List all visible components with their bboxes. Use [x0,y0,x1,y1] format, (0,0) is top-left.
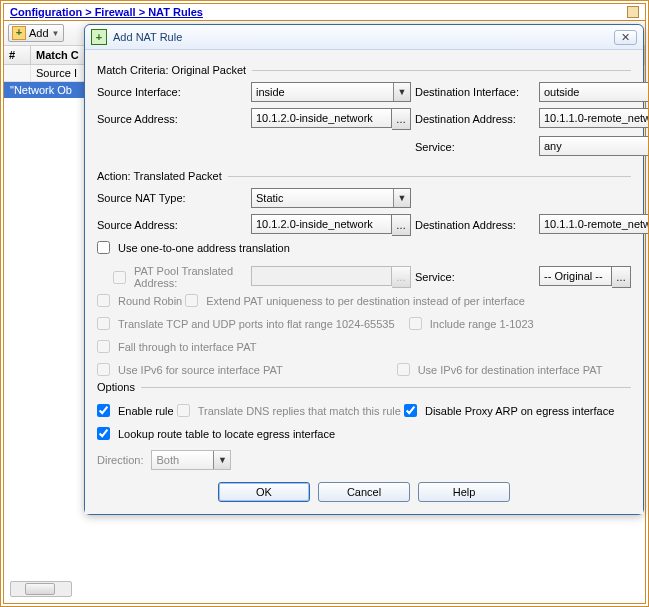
fall-through-checkbox: Fall through to interface PAT [97,340,256,353]
source-interface-select[interactable]: inside ▼ [251,82,411,102]
add-button-label: Add [29,27,49,39]
src-if-label: Source Interface: [97,86,247,98]
translated-service-input[interactable]: -- Original -- [539,266,612,286]
checkbox-input [97,363,110,376]
service-input[interactable]: any [539,136,649,156]
tr-dst-addr-label: Destination Address: [415,219,535,231]
route-lookup-checkbox[interactable]: Lookup route table to locate egress inte… [97,427,335,440]
checkbox-input [97,317,110,330]
checkbox-input [97,294,110,307]
translated-source-address-input[interactable]: 10.1.2.0-inside_network [251,214,392,234]
dialog-title: Add NAT Rule [113,31,614,43]
browse-button: … [392,266,411,288]
checkbox-input[interactable] [97,427,110,440]
add-button[interactable]: + Add ▼ [8,24,64,42]
chevron-down-icon: ▼ [393,189,410,207]
checkbox-input [397,363,410,376]
checkbox-input[interactable] [97,241,110,254]
dst-if-value: outside [544,86,579,98]
match-legend: Match Criteria: Original Packet [97,64,246,76]
checkbox-input [409,317,422,330]
chevron-down-icon: ▼ [213,451,230,469]
breadcrumb[interactable]: Configuration > Firewall > NAT Rules [4,4,645,21]
dialog-icon: + [91,29,107,45]
dialog-titlebar[interactable]: + Add NAT Rule ✕ [85,25,643,50]
translated-destination-address-input[interactable]: 10.1.1.0-remote_networ [539,214,649,234]
src-addr-label: Source Address: [97,113,247,125]
help-button[interactable]: Help [418,482,510,502]
options-legend: Options [97,381,135,393]
plus-icon: + [12,26,26,40]
src-if-value: inside [256,86,285,98]
flat-range-checkbox: Translate TCP and UDP ports into flat ra… [97,317,534,330]
direction-select: Both ▼ [151,450,231,470]
cancel-button[interactable]: Cancel [318,482,410,502]
close-button[interactable]: ✕ [614,30,637,45]
service-label: Service: [415,141,535,153]
chevron-down-icon: ▼ [393,83,410,101]
round-robin-checkbox: Round Robin [97,294,182,307]
checkbox-input [185,294,198,307]
one-to-one-checkbox[interactable]: Use one-to-one address translation [97,241,290,254]
chevron-down-icon: ▼ [52,29,60,38]
nat-type-select[interactable]: Static ▼ [251,188,411,208]
breadcrumb-text: Configuration > Firewall > NAT Rules [10,6,203,18]
dst-addr-label: Destination Address: [415,113,535,125]
checkbox-input[interactable] [97,404,110,417]
source-address-input[interactable]: 10.1.2.0-inside_network [251,108,392,128]
checkbox-input [97,340,110,353]
destination-address-input[interactable]: 10.1.1.0-remote_networ [539,108,649,128]
scrollbar-thumb[interactable] [25,583,55,595]
translate-dns-checkbox: Translate DNS replies that match this ru… [177,404,401,417]
horizontal-scrollbar[interactable] [10,581,72,597]
nat-type-label: Source NAT Type: [97,192,247,204]
browse-button[interactable]: … [392,214,411,236]
tr-service-label: Service: [415,271,535,283]
action-legend: Action: Translated Packet [97,170,222,182]
checkbox-input[interactable] [404,404,417,417]
add-nat-rule-dialog: + Add NAT Rule ✕ Match Criteria: Origina… [84,24,644,515]
dst-if-label: Destination Interface: [415,86,535,98]
col-number: # [4,46,31,64]
checkbox-input [177,404,190,417]
minimize-icon[interactable] [627,6,639,18]
destination-interface-select[interactable]: outside ▼ [539,82,649,102]
extend-pat-checkbox: Extend PAT uniqueness to per destination… [185,294,525,307]
ok-button[interactable]: OK [218,482,310,502]
ipv6-src-checkbox: Use IPv6 for source interface PAT [97,363,283,376]
proxy-arp-checkbox[interactable]: Disable Proxy ARP on egress interface [404,404,614,417]
pat-pool-checkbox: PAT Pool Translated Address: [113,265,247,289]
checkbox-input [113,271,126,284]
tr-src-addr-label: Source Address: [97,219,247,231]
pat-pool-input [251,266,392,286]
ipv6-dst-checkbox: Use IPv6 for destination interface PAT [397,363,603,376]
direction-label: Direction: [97,454,143,466]
enable-rule-checkbox[interactable]: Enable rule [97,404,174,417]
browse-button[interactable]: … [612,266,631,288]
sub-blank [4,65,31,81]
browse-button[interactable]: … [392,108,411,130]
